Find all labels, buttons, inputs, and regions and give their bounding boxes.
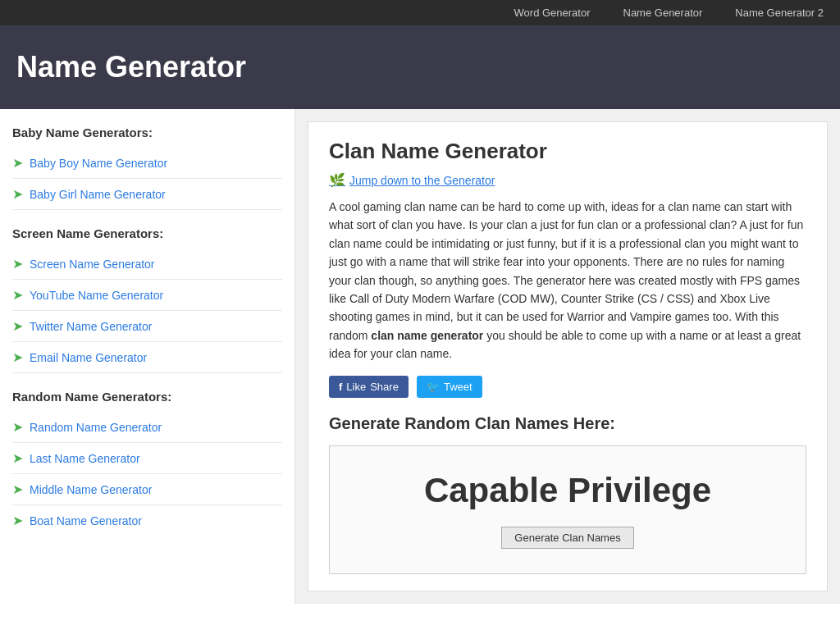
sidebar-item-youtube[interactable]: ➤ YouTube Name Generator	[12, 280, 282, 311]
sidebar-item-email[interactable]: ➤ Email Name Generator	[12, 342, 282, 373]
arrow-icon-2: ➤	[12, 186, 23, 202]
fb-icon: f	[339, 381, 342, 393]
sidebar-item-twitter[interactable]: ➤ Twitter Name Generator	[12, 311, 282, 342]
content-title: Clan Name Generator	[329, 139, 806, 164]
nav-word-generator[interactable]: Word Generator	[498, 0, 607, 25]
sidebar-item-random-name[interactable]: ➤ Random Name Generator	[12, 412, 282, 443]
nav-name-generator[interactable]: Name Generator	[607, 0, 719, 25]
jump-link[interactable]: 🌿 Jump down to the Generator	[329, 172, 806, 188]
sidebar-item-last-name[interactable]: ➤ Last Name Generator	[12, 443, 282, 474]
generator-section-title: Generate Random Clan Names Here:	[329, 414, 806, 433]
sidebar-item-baby-boy[interactable]: ➤ Baby Boy Name Generator	[12, 148, 282, 179]
sidebar-section-random: Random Name Generators:	[12, 390, 282, 404]
social-buttons: f Like Share 🐦 Tweet	[329, 376, 806, 398]
top-nav: Word Generator Name Generator Name Gener…	[0, 0, 840, 25]
fb-like-button[interactable]: f Like Share	[329, 376, 409, 398]
nav-name-generator-2[interactable]: Name Generator 2	[719, 0, 840, 25]
arrow-icon-9: ➤	[12, 482, 23, 497]
arrow-icon-4: ➤	[12, 287, 23, 303]
content-area: Clan Name Generator 🌿 Jump down to the G…	[308, 121, 828, 591]
sidebar-section-baby: Baby Name Generators:	[12, 126, 282, 139]
generator-box: Capable Privilege Generate Clan Names	[329, 445, 806, 574]
arrow-icon-1: ➤	[12, 155, 23, 171]
site-title: Name Generator	[16, 50, 824, 84]
arrow-icon-6: ➤	[12, 349, 23, 365]
leaf-icon: 🌿	[329, 172, 345, 188]
arrow-icon-3: ➤	[12, 256, 23, 272]
content-description: A cool gaming clan name can be hard to c…	[329, 198, 806, 363]
arrow-icon-10: ➤	[12, 513, 23, 528]
arrow-icon-7: ➤	[12, 419, 23, 435]
site-header: Name Generator	[0, 25, 840, 109]
sidebar: Baby Name Generators: ➤ Baby Boy Name Ge…	[0, 109, 295, 604]
sidebar-section-screen: Screen Name Generators:	[12, 226, 282, 240]
sidebar-item-screen-name[interactable]: ➤ Screen Name Generator	[12, 249, 282, 280]
generate-button[interactable]: Generate Clan Names	[501, 527, 633, 549]
generated-name: Capable Privilege	[346, 471, 789, 510]
sidebar-item-baby-girl[interactable]: ➤ Baby Girl Name Generator	[12, 179, 282, 210]
sidebar-item-boat-name[interactable]: ➤ Boat Name Generator	[12, 505, 282, 536]
arrow-icon-8: ➤	[12, 450, 23, 466]
sidebar-item-middle-name[interactable]: ➤ Middle Name Generator	[12, 474, 282, 505]
arrow-icon-5: ➤	[12, 318, 23, 334]
twitter-icon: 🐦	[427, 381, 440, 393]
main-container: Baby Name Generators: ➤ Baby Boy Name Ge…	[0, 109, 840, 604]
tweet-button[interactable]: 🐦 Tweet	[417, 376, 482, 398]
